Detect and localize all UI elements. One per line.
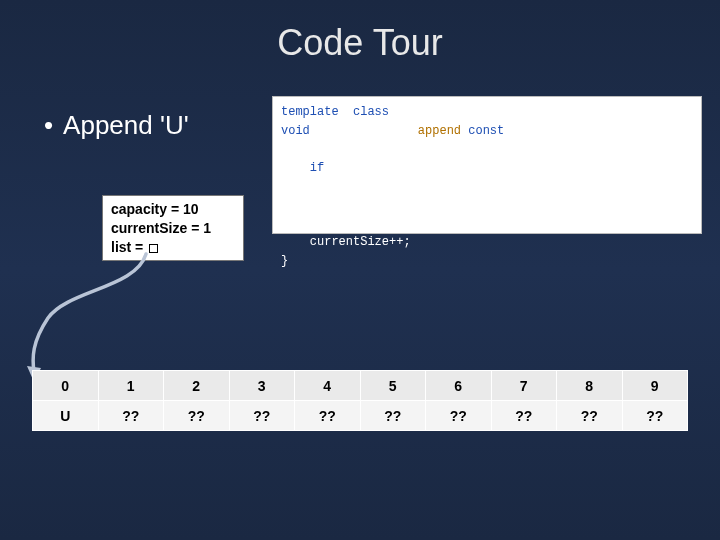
- pointer-box-icon: [149, 244, 158, 253]
- code-snippet: template <class T> void ArrayList<T>::ap…: [272, 96, 702, 234]
- array-index-cell: 0: [33, 371, 99, 401]
- array-index-cell: 1: [98, 371, 164, 401]
- state-currentsize: currentSize = 1: [111, 219, 235, 238]
- array-value-cell: ??: [622, 401, 688, 431]
- slide: Code Tour •Append 'U' template <class T>…: [0, 0, 720, 540]
- state-list: list =: [111, 238, 235, 257]
- bullet-append: •Append 'U': [44, 110, 189, 141]
- array-value-row: U ?? ?? ?? ?? ?? ?? ?? ?? ??: [33, 401, 688, 431]
- array-index-cell: 3: [229, 371, 295, 401]
- array-value-cell: ??: [164, 401, 230, 431]
- array-index-cell: 5: [360, 371, 426, 401]
- array-index-row: 0 1 2 3 4 5 6 7 8 9: [33, 371, 688, 401]
- array-index-cell: 6: [426, 371, 492, 401]
- array-value-cell: ??: [229, 401, 295, 431]
- array-index-cell: 9: [622, 371, 688, 401]
- pointer-arrow-icon: [18, 248, 178, 388]
- array-value-cell: U: [33, 401, 99, 431]
- array-value-cell: ??: [557, 401, 623, 431]
- state-capacity: capacity = 10: [111, 200, 235, 219]
- array-index-cell: 4: [295, 371, 361, 401]
- bullet-dot: •: [44, 110, 53, 140]
- array-index-cell: 8: [557, 371, 623, 401]
- bullet-text: Append 'U': [63, 110, 189, 140]
- array-value-cell: ??: [360, 401, 426, 431]
- array-table: 0 1 2 3 4 5 6 7 8 9 U ?? ?? ?? ?? ?? ?? …: [32, 370, 688, 431]
- array-value-cell: ??: [295, 401, 361, 431]
- array-value-cell: ??: [491, 401, 557, 431]
- state-box: capacity = 10 currentSize = 1 list =: [102, 195, 244, 261]
- array-value-cell: ??: [98, 401, 164, 431]
- array-index-cell: 2: [164, 371, 230, 401]
- array-index-cell: 7: [491, 371, 557, 401]
- slide-title: Code Tour: [0, 0, 720, 64]
- array-value-cell: ??: [426, 401, 492, 431]
